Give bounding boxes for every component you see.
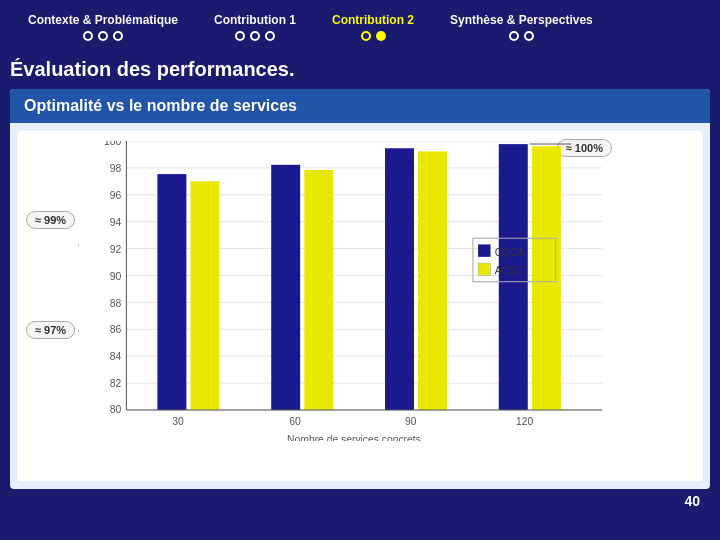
legend-cqca-swatch: [478, 244, 490, 256]
svg-text:96: 96: [110, 190, 122, 201]
dot-2: [524, 31, 534, 41]
bar-cqca-60: [271, 165, 300, 410]
nav-synthese-dots: [509, 31, 534, 41]
annotation-99: ≈ 99%: [26, 211, 75, 229]
dot-3: [265, 31, 275, 41]
nav-contribution1-dots: [235, 31, 275, 41]
bar-acsc-90: [418, 151, 447, 410]
nav-synthese-label: Synthèse & Perspectives: [450, 13, 593, 27]
bar-acsc-120: [532, 146, 561, 410]
chart-area: ≈ 100% ≈ 99% ≈ 97%: [18, 131, 702, 481]
chart-header: Optimalité vs le nombre de services: [10, 89, 710, 123]
nav-synthese[interactable]: Synthèse & Perspectives: [432, 13, 611, 41]
dot-2: [376, 31, 386, 41]
svg-text:92: 92: [110, 244, 122, 255]
svg-text:100: 100: [104, 141, 121, 147]
dot-2: [250, 31, 260, 41]
nav-contexte-label: Contexte & Problématique: [28, 13, 178, 27]
legend-cqca-label: CQCA: [495, 247, 525, 258]
top-navigation: Contexte & Problématique Contribution 1 …: [0, 0, 720, 54]
dot-1: [509, 31, 519, 41]
dot-1: [235, 31, 245, 41]
svg-text:120: 120: [516, 416, 533, 427]
svg-text:86: 86: [110, 324, 122, 335]
page-title: Évaluation des performances.: [10, 54, 710, 89]
chart-card: Optimalité vs le nombre de services ≈ 10…: [10, 89, 710, 489]
svg-text:30: 30: [172, 416, 184, 427]
svg-text:90: 90: [110, 271, 122, 282]
bar-acsc-30: [191, 181, 220, 410]
nav-contribution1[interactable]: Contribution 1: [196, 13, 314, 41]
nav-contexte[interactable]: Contexte & Problématique: [10, 13, 196, 41]
svg-text:80: 80: [110, 404, 122, 415]
dot-2: [98, 31, 108, 41]
page-number: 40: [10, 489, 710, 509]
svg-text:Nombre de services concrets: Nombre de services concrets: [287, 434, 421, 441]
nav-contribution2-dots: [361, 31, 386, 41]
svg-text:94: 94: [110, 217, 122, 228]
dot-1: [361, 31, 371, 41]
annotation-97: ≈ 97%: [26, 321, 75, 339]
dot-1: [83, 31, 93, 41]
nav-contribution2[interactable]: Contribution 2: [314, 13, 432, 41]
bar-acsc-60: [304, 170, 333, 410]
legend-acsc-label: ACSC: [495, 265, 524, 276]
bar-cqca-30: [157, 174, 186, 410]
main-content: Évaluation des performances. Optimalité …: [0, 54, 720, 519]
chart-svg: 100 98 96 94 92 90 88 86 84 82 80 Optima…: [78, 141, 692, 441]
bar-cqca-90: [385, 148, 414, 410]
nav-contribution1-label: Contribution 1: [214, 13, 296, 27]
legend-acsc-swatch: [478, 263, 490, 275]
svg-text:88: 88: [110, 298, 122, 309]
dot-3: [113, 31, 123, 41]
svg-text:60: 60: [289, 416, 301, 427]
bar-cqca-120: [499, 144, 528, 410]
svg-text:82: 82: [110, 378, 122, 389]
nav-contribution2-label: Contribution 2: [332, 13, 414, 27]
svg-text:Optimalité de la composition: Optimalité de la composition: [78, 210, 79, 340]
nav-contexte-dots: [83, 31, 123, 41]
svg-text:98: 98: [110, 163, 122, 174]
svg-text:90: 90: [405, 416, 417, 427]
svg-text:84: 84: [110, 351, 122, 362]
